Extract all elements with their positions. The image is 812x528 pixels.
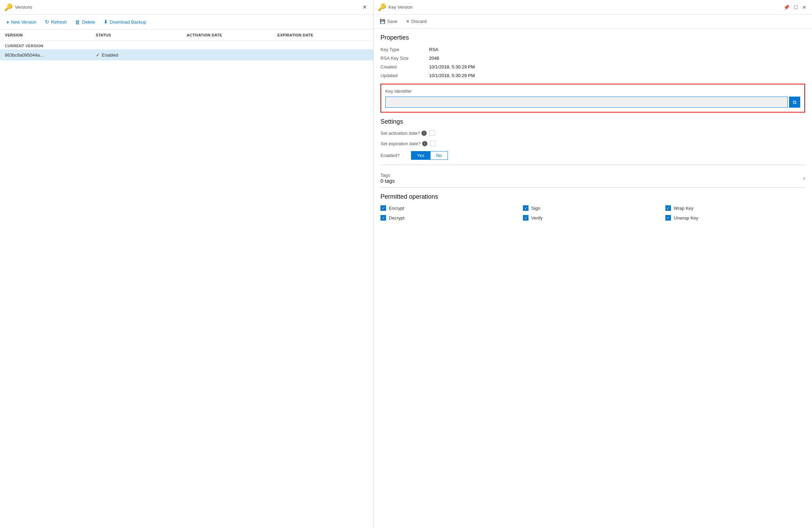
delete-button[interactable]: 🗑 Delete [74, 18, 97, 26]
key-type-row: Key Type RSA [380, 47, 805, 52]
properties-section-title: Properties [380, 34, 805, 41]
encrypt-label: Encrypt [389, 206, 404, 211]
op-unwrap-key: ✓ Unwrap Key [665, 215, 805, 221]
key-type-value: RSA [429, 47, 438, 52]
activation-date-row: Set activation date? i [380, 130, 805, 136]
col-expiration: EXPIRATION DATE [278, 33, 369, 37]
download-backup-button[interactable]: ⬇ Download Backup [102, 18, 148, 26]
verify-checkbox[interactable]: ✓ [523, 215, 528, 221]
settings-section-title: Settings [380, 118, 805, 125]
left-panel-title-area: 🔑 Versions [4, 3, 360, 11]
op-encrypt: ✓ Encrypt [380, 205, 520, 211]
permitted-ops-grid: ✓ Encrypt ✓ Sign ✓ Wrap Key ✓ Decrypt ✓ … [380, 205, 805, 221]
discard-icon: ✕ [406, 19, 410, 24]
left-toolbar: + New Version ↻ Refresh 🗑 Delete ⬇ Downl… [0, 15, 373, 30]
unwrap-key-label: Unwrap Key [674, 215, 698, 221]
refresh-button[interactable]: ↻ Refresh [43, 18, 68, 26]
enabled-toggle-group: Yes No [411, 151, 448, 160]
tags-count: 0 tags [380, 178, 395, 184]
col-status: STATUS [96, 33, 187, 37]
permitted-ops-title: Permitted operations [380, 193, 805, 200]
tags-chevron-icon: › [803, 175, 805, 181]
pin-button[interactable]: 📌 [782, 4, 791, 11]
expiration-date-label: Set expiration date? i [380, 141, 427, 146]
key-identifier-input-row: ⧉ [385, 97, 800, 108]
sign-label: Sign [531, 206, 540, 211]
refresh-icon: ↻ [45, 19, 49, 25]
left-panel-header: 🔑 Versions ✕ [0, 0, 373, 15]
left-panel-title: Versions [15, 5, 32, 10]
status-text: Enabled [102, 52, 118, 58]
unwrap-key-checkbox[interactable]: ✓ [665, 215, 671, 221]
plus-icon: + [6, 19, 9, 25]
tags-label: Tags [380, 173, 395, 178]
close-button-right[interactable]: ✕ [801, 4, 808, 11]
copy-icon: ⧉ [793, 99, 796, 105]
expiration-info-icon[interactable]: i [422, 141, 427, 146]
op-verify: ✓ Verify [523, 215, 663, 221]
row-version: 863bc8a095044a... [5, 52, 96, 58]
key-type-label: Key Type [380, 47, 429, 52]
created-label: Created [380, 64, 429, 69]
table-row[interactable]: 863bc8a095044a... ✓ Enabled [0, 49, 373, 60]
discard-button[interactable]: ✕ Discard [404, 18, 428, 25]
key-icon-left: 🔑 [4, 3, 13, 11]
window-controls: 📌 ☐ ✕ [782, 4, 808, 11]
verify-label: Verify [531, 215, 543, 221]
delete-icon: 🗑 [75, 19, 80, 25]
col-activation: ACTIVATION DATE [187, 33, 278, 37]
rsa-key-size-value: 2048 [429, 56, 439, 61]
new-version-label: New Version [11, 19, 36, 25]
wrap-key-checkbox[interactable]: ✓ [665, 205, 671, 211]
expiration-date-checkbox[interactable] [430, 141, 436, 146]
save-icon: 💾 [380, 19, 385, 24]
right-content: Properties Key Type RSA RSA Key Size 204… [374, 28, 812, 226]
right-panel-header: 🔑 Key Version 📌 ☐ ✕ [374, 0, 812, 15]
created-row: Created 10/1/2018, 5:30:29 PM [380, 64, 805, 69]
close-button-left[interactable]: ✕ [360, 3, 369, 11]
download-icon: ⬇ [104, 19, 108, 25]
right-panel: 🔑 Key Version 📌 ☐ ✕ 💾 Save ✕ Discard Pro… [374, 0, 812, 528]
save-button[interactable]: 💾 Save [378, 18, 399, 25]
updated-value: 10/1/2018, 5:30:29 PM [429, 73, 475, 78]
toggle-no-button[interactable]: No [430, 151, 448, 160]
activation-info-icon[interactable]: i [421, 131, 427, 136]
enabled-label: Enabled? [380, 153, 408, 158]
op-sign: ✓ Sign [523, 205, 663, 211]
current-version-label: CURRENT VERSION [0, 41, 373, 49]
encrypt-checkbox[interactable]: ✓ [380, 205, 386, 211]
created-value: 10/1/2018, 5:30:29 PM [429, 64, 475, 69]
rsa-key-size-label: RSA Key Size [380, 56, 429, 61]
rsa-key-size-row: RSA Key Size 2048 [380, 56, 805, 61]
activation-date-checkbox[interactable] [429, 130, 435, 136]
row-status: ✓ Enabled [96, 52, 187, 58]
tags-info: Tags 0 tags [380, 173, 395, 184]
key-icon-right: 🔑 [378, 3, 386, 11]
decrypt-checkbox[interactable]: ✓ [380, 215, 386, 221]
download-backup-label: Download Backup [110, 19, 146, 25]
tags-section[interactable]: Tags 0 tags › [380, 169, 805, 188]
op-decrypt: ✓ Decrypt [380, 215, 520, 221]
col-version: VERSION [5, 33, 96, 37]
refresh-label: Refresh [51, 19, 67, 25]
divider-1 [380, 165, 805, 165]
expiration-date-row: Set expiration date? i [380, 141, 805, 146]
right-panel-title-area: 🔑 Key Version [378, 3, 782, 11]
sign-checkbox[interactable]: ✓ [523, 205, 528, 211]
left-panel: 🔑 Versions ✕ + New Version ↻ Refresh 🗑 D… [0, 0, 374, 528]
maximize-button[interactable]: ☐ [792, 4, 799, 11]
key-identifier-input[interactable] [385, 97, 788, 108]
decrypt-label: Decrypt [389, 215, 404, 221]
table-header: VERSION STATUS ACTIVATION DATE EXPIRATIO… [0, 30, 373, 41]
enabled-row: Enabled? Yes No [380, 151, 805, 160]
right-toolbar: 💾 Save ✕ Discard [374, 15, 812, 28]
new-version-button[interactable]: + New Version [5, 18, 38, 26]
updated-label: Updated [380, 73, 429, 78]
discard-label: Discard [411, 19, 427, 24]
op-wrap-key: ✓ Wrap Key [665, 205, 805, 211]
activation-date-label: Set activation date? i [380, 131, 427, 136]
copy-button[interactable]: ⧉ [789, 97, 800, 108]
updated-row: Updated 10/1/2018, 5:30:29 PM [380, 73, 805, 78]
toggle-yes-button[interactable]: Yes [411, 151, 430, 160]
save-label: Save [387, 19, 397, 24]
